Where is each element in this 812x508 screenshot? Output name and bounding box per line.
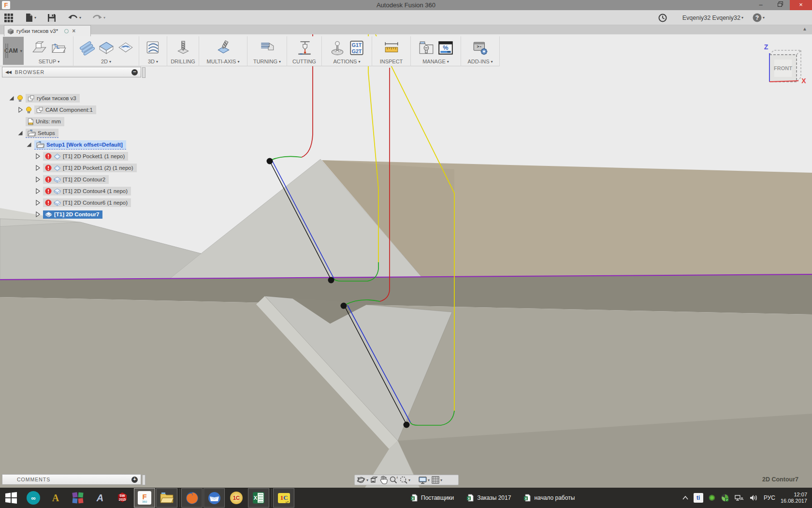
tree-row-cam-component-1[interactable]: CAM Component:1 (17, 105, 96, 115)
panel-collapse-icon[interactable]: ◀◀ (5, 70, 11, 75)
addins-icon[interactable]: >- (472, 39, 489, 57)
app-grid-icon[interactable] (4, 12, 14, 24)
volume-tray-icon[interactable] (750, 494, 758, 502)
ribbon-group-label[interactable]: ACTIONS▾ (334, 58, 361, 66)
save-button[interactable] (47, 12, 56, 24)
turning-icon[interactable] (259, 39, 276, 57)
ribbon-group-label[interactable]: TURNING▾ (253, 58, 281, 66)
expand-arrow-icon[interactable] (17, 130, 23, 136)
fit-button[interactable]: ▾ (399, 476, 410, 484)
file-menu-button[interactable]: ▾ (25, 12, 36, 24)
ribbon-group-label[interactable]: INSPECT (380, 58, 403, 66)
setup-icon[interactable] (31, 39, 48, 57)
ribbon-group-label[interactable]: SETUP▾ (39, 58, 60, 66)
tree-row--v3[interactable]: губки тисков v3 (9, 93, 80, 104)
fusion360-taskbar-button[interactable]: F360 (134, 488, 155, 508)
ribbon-group-label[interactable]: CUTTING (292, 58, 316, 66)
job-status-clock-icon[interactable] (658, 12, 667, 24)
network-tray-icon[interactable] (735, 494, 744, 502)
solidworks-taskbar-button[interactable]: SW2015 (112, 488, 133, 508)
tree-row--t1-2d-pocket1-1-[interactable]: [T1] 2D Pocket1 (1 перо) (35, 151, 128, 162)
taskbar-document-button[interactable]: XПоставщики (406, 488, 459, 508)
collapse-arrow-icon[interactable] (35, 153, 41, 159)
tray-expand-icon[interactable] (682, 496, 688, 500)
workspace-switcher-cam[interactable]: CAM ▾ (3, 37, 24, 65)
setup-folder-icon[interactable] (50, 39, 68, 57)
zoom-button[interactable]: ± (389, 476, 398, 484)
taskbar-document-button[interactable]: Xначало работы (519, 488, 580, 508)
tree-row-setups[interactable]: Setups (17, 128, 58, 138)
browser-remove-icon[interactable]: − (131, 69, 138, 75)
comments-add-icon[interactable]: + (131, 477, 138, 483)
tree-row-setup1-work-offset-default-[interactable]: Setup1 [Work offset=Default] (26, 139, 126, 150)
maximize-button[interactable] (770, 0, 790, 10)
artcam-taskbar-button[interactable]: A (45, 488, 66, 508)
visibility-bulb-icon[interactable] (17, 95, 23, 102)
onec7-taskbar-button[interactable]: 1Сv7 (273, 488, 294, 508)
windows-start-taskbar-button[interactable] (0, 488, 22, 508)
ribbon-group-label[interactable]: ADD-INS▾ (467, 58, 493, 66)
teamviewer-tray-icon[interactable]: ti (694, 493, 703, 503)
excel-taskbar-button[interactable]: X (248, 488, 269, 508)
expand-arrow-icon[interactable] (26, 142, 32, 148)
sync-tray-icon[interactable] (721, 493, 729, 502)
onec-taskbar-button[interactable]: 1С (226, 488, 247, 508)
firefox-taskbar-button[interactable] (181, 488, 203, 508)
cad-grid-taskbar-button[interactable] (67, 488, 88, 508)
face2d-icon[interactable] (98, 39, 115, 57)
cutting-icon[interactable] (296, 39, 313, 57)
post-process-icon[interactable] (329, 39, 346, 57)
drill-icon[interactable] (174, 39, 192, 57)
tree-row--t1-2d-contour2[interactable]: [T1] 2D Contour2 (35, 174, 109, 185)
clock[interactable]: 12:07 16.08.2017 (781, 492, 807, 504)
document-tab[interactable]: губки тисков v3* × (4, 25, 91, 36)
minimize-button[interactable]: – (751, 0, 770, 10)
language-indicator[interactable]: РУС (764, 494, 775, 501)
tree-row--t1-2d-contour6-1-[interactable]: [T1] 2D Contour6 (1 перо) (35, 197, 131, 208)
tree-row-units-mm[interactable]: Units: mm (17, 116, 64, 127)
viewport-canvas[interactable]: FRONT Z X (0, 34, 812, 488)
comments-header[interactable]: COMMENTS + (2, 474, 141, 485)
browser-scroll-nub[interactable] (142, 67, 145, 78)
arduino-taskbar-button[interactable]: ∞ (23, 488, 44, 508)
visibility-bulb-icon[interactable] (26, 106, 32, 114)
tree-row--t1-2d-pocket1-2-1-[interactable]: [T1] 2D Pocket1 (2) (1 перо) (35, 163, 137, 173)
tree-row--t1-2d-contour7[interactable]: [T1] 2D Contour7 (35, 209, 102, 220)
ribbon-group-label[interactable]: MANAGE▾ (422, 58, 449, 66)
ribbon-group-label[interactable]: DRILLING (171, 58, 195, 66)
ribbon-group-label[interactable]: 2D▾ (101, 58, 111, 66)
close-button[interactable]: × (790, 0, 812, 10)
collapse-arrow-icon[interactable] (35, 188, 41, 194)
account-menu[interactable]: Evqeniy32 Evqeniy32 ▾ (682, 12, 743, 24)
pocket2d-icon[interactable] (78, 39, 96, 57)
browser-header[interactable]: ◀◀ BROWSER − (2, 67, 141, 77)
ribbon-group-label[interactable]: MULTI-AXIS▾ (207, 58, 240, 66)
adaptive3d-icon[interactable] (145, 39, 162, 57)
tab-close-icon[interactable]: × (72, 28, 75, 34)
orbit-button[interactable]: ▾ (357, 476, 368, 484)
collapse-arrow-icon[interactable] (35, 200, 41, 206)
collapse-arrow-icon[interactable] (35, 165, 41, 171)
simulate-percent-icon[interactable]: % (437, 39, 454, 57)
file-explorer-taskbar-button[interactable] (156, 488, 177, 508)
undo-button[interactable]: ▾ (68, 12, 81, 24)
manage-icon[interactable] (418, 39, 435, 57)
grid-layout-button[interactable]: ▾ (431, 476, 442, 484)
display-settings-button[interactable]: ▾ (418, 476, 430, 484)
collapse-arrow-icon[interactable] (35, 211, 41, 217)
autocad-taskbar-button[interactable]: A (89, 488, 111, 508)
icq-tray-icon[interactable]: ✺ (709, 493, 715, 503)
help-menu[interactable]: ? ▾ (753, 12, 765, 24)
collapse-arrow-icon[interactable] (17, 107, 23, 113)
collapse-arrow-icon[interactable] (35, 177, 41, 182)
tree-row--t1-2d-contour4-1-[interactable]: [T1] 2D Contour4 (1 перо) (35, 186, 131, 196)
redo-button[interactable]: ▾ (92, 12, 105, 24)
ribbon-collapse-chevron-icon[interactable]: ▲ (802, 26, 807, 31)
contour2d-icon[interactable] (117, 39, 134, 57)
measure-icon[interactable] (383, 39, 400, 57)
thunderbird-taskbar-button[interactable] (203, 488, 225, 508)
taskbar-document-button[interactable]: XЗаказы 2017 (462, 488, 516, 508)
pan-button[interactable] (380, 476, 388, 484)
multiaxis-icon[interactable] (215, 39, 232, 57)
ribbon-group-label[interactable]: 3D▾ (148, 58, 158, 66)
